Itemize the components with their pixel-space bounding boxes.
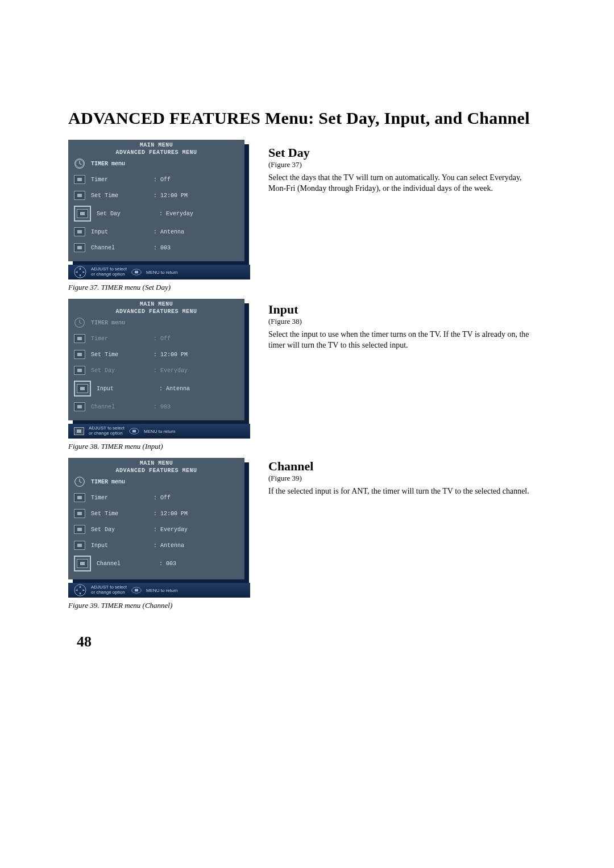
svg-rect-25 xyxy=(135,589,138,592)
channel-body: If the selected input is for ANT, the ti… xyxy=(268,486,541,497)
figure-39-menu: MAIN MENU ADVANCED FEATURES MENU TIMER m… xyxy=(68,458,244,579)
square-icon xyxy=(74,427,84,435)
svg-line-13 xyxy=(80,323,81,324)
menu-button-icon xyxy=(129,428,139,435)
nav-arrows-icon xyxy=(74,266,86,278)
page-number: 48 xyxy=(77,633,92,650)
highlighted-icon xyxy=(74,381,91,397)
value-input: : Antenna xyxy=(154,229,184,235)
timer-menu-title: TIMER menu xyxy=(91,479,148,485)
label-settime: Set Time xyxy=(91,193,148,199)
menu-item-timer[interactable]: Timer : Off xyxy=(68,331,244,347)
clock-icon xyxy=(74,158,85,169)
svg-marker-6 xyxy=(79,275,81,277)
instr-menu: MENU to return xyxy=(146,588,178,593)
section-channel: Channel (Figure 39) If the selected inpu… xyxy=(268,459,541,497)
menu-item-timer[interactable]: Timer : Off xyxy=(68,172,244,187)
input-ref: (Figure 38) xyxy=(268,317,541,326)
menu-item-input[interactable]: Input : Antenna xyxy=(68,224,244,240)
value-setday: : Everyday xyxy=(154,527,188,533)
caption-fig39: Figure 39. TIMER menu (Channel) xyxy=(68,601,250,610)
svg-line-3 xyxy=(80,164,81,165)
square-icon xyxy=(74,401,85,412)
main-menu-label: MAIN MENU xyxy=(140,142,173,148)
input-heading: Input xyxy=(268,302,541,317)
menu-item-settime[interactable]: Set Time : 12:00 PM xyxy=(68,347,244,362)
menu-header: MAIN MENU ADVANCED FEATURES MENU xyxy=(68,140,244,156)
input-body: Select the input to use when the timer t… xyxy=(268,329,541,351)
label-input: Input xyxy=(91,229,148,235)
value-timer: : Off xyxy=(154,336,171,342)
page-title: ADVANCED FEATURES Menu: Set Day, Input, … xyxy=(68,108,546,128)
label-setday: Set Day xyxy=(97,211,154,217)
menu-item-settime[interactable]: Set Time : 12:00 PM xyxy=(68,506,244,521)
menu-item-setday[interactable]: Set Day : Everyday xyxy=(68,521,244,537)
menu-item-input[interactable]: Input : Antenna xyxy=(68,378,244,399)
svg-rect-15 xyxy=(132,430,136,433)
timer-menu-title-row: TIMER menu xyxy=(68,156,244,172)
channel-heading: Channel xyxy=(268,459,541,474)
instr-menu: MENU to return xyxy=(146,270,178,275)
label-channel: Channel xyxy=(91,245,148,251)
menu-header: MAIN MENU ADVANCED FEATURES MENU xyxy=(68,299,244,315)
menu-item-timer[interactable]: Timer : Off xyxy=(68,490,244,506)
instruction-bar-38: ADJUST to select or change option MENU t… xyxy=(68,424,250,439)
menu-item-channel[interactable]: Channel : 003 xyxy=(68,240,244,256)
menu-item-settime[interactable]: Set Time : 12:00 PM xyxy=(68,187,244,203)
svg-marker-22 xyxy=(76,589,78,591)
label-timer: Timer xyxy=(91,177,148,183)
value-timer: : Off xyxy=(154,495,171,501)
instr-text: ADJUST to select or change option xyxy=(91,267,127,277)
square-icon xyxy=(74,174,85,185)
label-settime: Set Time xyxy=(91,352,148,358)
text-column: Set Day (Figure 37) Select the days that… xyxy=(268,140,541,599)
timer-menu-title: TIMER menu xyxy=(91,320,148,326)
menu-item-channel[interactable]: Channel : 003 xyxy=(68,399,244,415)
value-settime: : 12:00 PM xyxy=(154,352,188,358)
label-settime: Set Time xyxy=(91,511,148,517)
main-menu-label: MAIN MENU xyxy=(140,301,173,307)
instr-menu: MENU to return xyxy=(144,429,176,434)
instr-line2: or change option xyxy=(91,590,127,595)
menu-item-setday[interactable]: Set Day : Everyday xyxy=(68,362,244,378)
square-icon xyxy=(74,226,85,237)
square-icon xyxy=(74,190,85,201)
caption-fig37: Figure 37. TIMER menu (Set Day) xyxy=(68,283,250,292)
svg-rect-10 xyxy=(135,271,138,274)
svg-marker-8 xyxy=(83,271,85,273)
label-timer: Timer xyxy=(91,495,148,501)
advanced-menu-label: ADVANCED FEATURES MENU xyxy=(68,149,244,156)
label-channel: Channel xyxy=(91,404,148,410)
label-input: Input xyxy=(91,542,148,549)
section-setday: Set Day (Figure 37) Select the days that… xyxy=(268,145,541,194)
svg-marker-7 xyxy=(76,271,78,273)
highlighted-icon xyxy=(74,556,91,571)
svg-line-18 xyxy=(80,482,81,483)
value-channel: : 003 xyxy=(159,561,176,567)
menu-button-icon xyxy=(131,269,142,276)
svg-marker-20 xyxy=(79,586,81,588)
advanced-menu-label: ADVANCED FEATURES MENU xyxy=(68,308,244,315)
menu-button-icon xyxy=(131,587,142,594)
instr-line2: or change option xyxy=(89,431,125,436)
instr-text: ADJUST to select or change option xyxy=(89,426,125,436)
clock-icon xyxy=(74,476,85,487)
square-icon xyxy=(74,540,85,551)
value-timer: : Off xyxy=(154,177,171,183)
label-channel: Channel xyxy=(97,561,154,567)
menu-item-setday[interactable]: Set Day : Everyday xyxy=(68,203,244,224)
value-input: : Antenna xyxy=(159,386,190,392)
section-input: Input (Figure 38) Select the input to us… xyxy=(268,302,541,351)
square-icon xyxy=(74,508,85,519)
menu-item-channel[interactable]: Channel : 003 xyxy=(68,553,244,574)
svg-marker-21 xyxy=(79,593,81,595)
timer-menu-title-row: TIMER menu xyxy=(68,315,244,331)
menu-item-input[interactable]: Input : Antenna xyxy=(68,537,244,553)
setday-body: Select the days that the TV will turn on… xyxy=(268,173,541,194)
square-icon xyxy=(74,242,85,253)
figures-column: MAIN MENU ADVANCED FEATURES MENU TIMER m… xyxy=(68,140,250,617)
instr-line2: or change option xyxy=(91,272,127,277)
label-timer: Timer xyxy=(91,336,148,342)
clock-icon xyxy=(74,317,85,328)
highlighted-icon xyxy=(74,206,91,222)
